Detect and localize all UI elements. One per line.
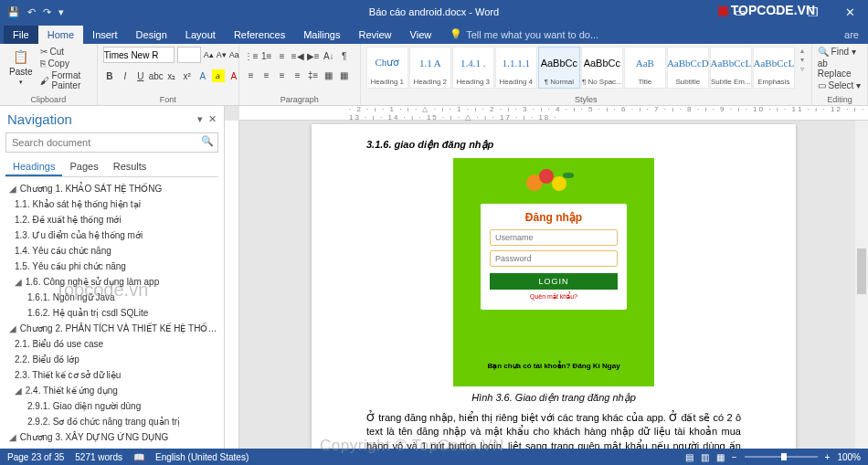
underline-icon[interactable]: U (134, 69, 147, 82)
nav-item[interactable]: ◢ Chương 1. KHẢO SÁT HỆ THỐNG (2, 181, 222, 196)
nav-item[interactable]: ◢ Chương 2. PHÂN TÍCH VÀ THIẾT KẾ HỆ THỐ… (2, 321, 222, 336)
align-right-icon[interactable]: ≡ (276, 69, 289, 81)
tab-file[interactable]: File (4, 26, 38, 44)
vertical-scrollbar[interactable] (855, 121, 868, 449)
ruler-vertical[interactable] (225, 121, 239, 449)
styles-up-icon[interactable]: ▴ (800, 47, 804, 55)
search-icon[interactable]: 🔍 (201, 135, 214, 147)
copy-button[interactable]: ⎘Copy (40, 58, 91, 69)
ruler-horizontal[interactable]: · 2 · ı · 1 · ı · △ · ı · 1 · ı · 2 · ı … (239, 106, 868, 121)
zoom-out-icon[interactable]: − (732, 452, 737, 462)
nav-item[interactable]: ◢ Chương 3. XÂY DỰNG ỨNG DỤNG (2, 429, 222, 445)
select-button[interactable]: ▭ Select ▾ (818, 80, 862, 90)
align-left-icon[interactable]: ≡ (245, 69, 258, 81)
style-item[interactable]: AaBbCcLEmphasis (753, 47, 795, 89)
styles-down-icon[interactable]: ▾ (800, 56, 804, 64)
tab-insert[interactable]: Insert (83, 26, 127, 44)
tab-mailings[interactable]: Mailings (294, 26, 349, 44)
style-item[interactable]: AaBbCcLSubtle Em... (710, 47, 752, 89)
grow-font-icon[interactable]: A▴ (204, 50, 214, 59)
multilevel-icon[interactable]: ≡ (276, 49, 289, 62)
shading-icon[interactable]: ▦ (323, 69, 335, 81)
share-button[interactable]: are (835, 26, 868, 44)
tab-references[interactable]: References (225, 26, 294, 44)
highlight-icon[interactable]: 𝘢 (212, 69, 225, 82)
close-icon[interactable]: ✕ (831, 5, 868, 19)
replace-button[interactable]: ab Replace (818, 58, 862, 79)
superscript-icon[interactable]: x² (181, 69, 194, 82)
nav-item[interactable]: 1.4. Yêu cầu chức năng (2, 243, 222, 259)
font-color-icon[interactable]: A (228, 69, 240, 82)
sort-icon[interactable]: A↓ (323, 49, 335, 62)
nav-item[interactable]: 2.9.1. Giao diện người dùng (2, 398, 222, 414)
find-button[interactable]: 🔍 Find ▾ (818, 47, 862, 57)
align-center-icon[interactable]: ≡ (260, 69, 273, 81)
decrease-indent-icon[interactable]: ≡◀ (291, 49, 304, 62)
paste-button[interactable]: 📋Paste▾ (5, 47, 37, 88)
status-lang[interactable]: English (United States) (155, 452, 249, 462)
cut-button[interactable]: ✂Cut (40, 47, 91, 57)
nav-menu-icon[interactable]: ▾ (197, 113, 203, 125)
view-web-icon[interactable]: ▦ (716, 452, 725, 462)
italic-icon[interactable]: I (119, 69, 132, 82)
status-spell-icon[interactable]: 📖 (133, 452, 144, 462)
status-words[interactable]: 5271 words (75, 452, 122, 462)
document-page[interactable]: 3.1.6. giao diện đăng nhập Đăng nhập LOG… (312, 124, 796, 449)
nav-item[interactable]: 2.1. Biểu đồ use case (2, 336, 222, 352)
view-print-icon[interactable]: ▥ (701, 452, 709, 462)
format-painter-button[interactable]: 🖌Format Painter (40, 70, 91, 90)
nav-item[interactable]: ◢ 2.4. Thiết kế ứng dụng (2, 383, 222, 398)
style-item[interactable]: AaBbCc¶ No Spac... (581, 47, 623, 89)
style-item[interactable]: 1.1 AHeading 2 (409, 47, 451, 89)
text-effects-icon[interactable]: A (196, 69, 209, 82)
font-name-input[interactable] (103, 47, 175, 63)
increase-indent-icon[interactable]: ▶≡ (307, 49, 320, 62)
styles-gallery[interactable]: ChươHeading 11.1 AHeading 21.4.1 .Headin… (366, 47, 795, 89)
justify-icon[interactable]: ≡ (291, 69, 304, 81)
shrink-font-icon[interactable]: A▾ (217, 50, 227, 59)
styles-more-icon[interactable]: ▿ (800, 65, 804, 73)
nav-item[interactable]: 1.6.1. Ngôn ngữ Java (2, 290, 222, 305)
zoom-level[interactable]: 100% (837, 452, 861, 462)
zoom-in-icon[interactable]: + (825, 452, 831, 462)
zoom-slider[interactable] (745, 456, 818, 458)
nav-item[interactable]: ◢ 3.1. Giao diện người dùng (2, 445, 222, 449)
undo-icon[interactable]: ↶ (27, 6, 36, 18)
nav-tab-results[interactable]: Results (106, 158, 154, 176)
nav-item[interactable]: 1.5. Yêu cầu phi chức năng (2, 259, 222, 274)
style-item[interactable]: AaBbCc¶ Normal (538, 47, 580, 89)
change-case-icon[interactable]: Aa (229, 50, 239, 59)
tab-layout[interactable]: Layout (176, 26, 225, 44)
save-icon[interactable]: 💾 (7, 6, 20, 18)
nav-item[interactable]: 1.2. Đề xuất hệ thống mới (2, 212, 222, 227)
strike-icon[interactable]: abc (150, 69, 163, 82)
style-item[interactable]: ChươHeading 1 (366, 47, 408, 89)
subscript-icon[interactable]: x₂ (165, 69, 178, 82)
nav-item[interactable]: 1.3. Ưu điểm của hệ thống mới (2, 227, 222, 243)
font-size-input[interactable] (177, 47, 201, 63)
nav-item[interactable]: 2.9.2. Sơ đồ chức năng trang quản trị (2, 414, 222, 429)
line-spacing-icon[interactable]: ‡≡ (307, 69, 320, 81)
nav-item[interactable]: 1.6.2. Hệ quản trị csdl SQLite (2, 305, 222, 321)
numbering-icon[interactable]: 1≡ (260, 49, 273, 62)
nav-tab-headings[interactable]: Headings (5, 158, 62, 176)
nav-search-input[interactable] (5, 132, 218, 153)
qat-customize-icon[interactable]: ▾ (58, 6, 64, 18)
redo-icon[interactable]: ↷ (43, 6, 51, 18)
tell-me[interactable]: 💡Tell me what you want to do... (440, 25, 608, 44)
bullets-icon[interactable]: ⋮≡ (245, 49, 258, 62)
status-page[interactable]: Page 23 of 35 (7, 452, 64, 462)
nav-item[interactable]: 2.3. Thiết kế cơ sở dữ liệu (2, 367, 222, 383)
nav-close-icon[interactable]: ✕ (208, 113, 217, 125)
view-read-icon[interactable]: ▤ (685, 452, 693, 462)
tab-view[interactable]: View (401, 26, 441, 44)
style-item[interactable]: 1.1.1.1Heading 4 (495, 47, 537, 89)
nav-item[interactable]: ◢ 1.6. Công nghệ sử dụng làm app (2, 274, 222, 290)
style-item[interactable]: 1.4.1 .Heading 3 (452, 47, 494, 89)
borders-icon[interactable]: ▦ (338, 69, 351, 81)
tab-home[interactable]: Home (38, 26, 83, 44)
style-item[interactable]: AaBTitle (624, 47, 666, 89)
tab-review[interactable]: Review (350, 26, 401, 44)
bold-icon[interactable]: B (103, 69, 116, 82)
tab-design[interactable]: Design (127, 26, 176, 44)
